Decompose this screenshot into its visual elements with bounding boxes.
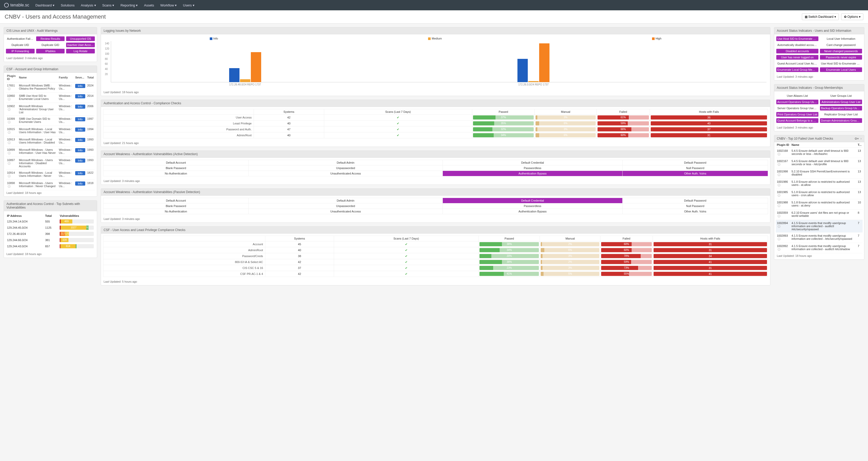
table-row[interactable]: 10915 ⓘMicrosoft Windows - Local Users I… — [6, 126, 95, 136]
table-row[interactable]: 10899 ⓘMicrosoft Windows - Users Informa… — [6, 146, 95, 157]
table-row[interactable]: 10902 ⓘMicrosoft Windows 'Administrators… — [6, 103, 95, 116]
nav-analysis[interactable]: Analysis — [81, 3, 96, 7]
table-row[interactable]: CIS CSC 5 & 1637✔23%3%73%31 — [103, 265, 768, 271]
pill-item[interactable]: Automatically disabled accounts — [776, 42, 818, 47]
weakness-cell[interactable]: Unauthenticated Access — [249, 209, 442, 214]
table-row[interactable]: 10898 ⓘMicrosoft Windows - Users Informa… — [6, 180, 95, 190]
chart-bar[interactable] — [518, 59, 528, 82]
pill-item[interactable]: User Groups List — [820, 93, 862, 98]
pill-item[interactable]: Log Rotate — [66, 49, 95, 54]
weakness-cell[interactable]: Unpassworded — [249, 203, 442, 209]
nav-workflow[interactable]: Workflow — [160, 3, 177, 7]
brand-logo[interactable]: tenable.sc — [4, 3, 29, 7]
pill-item[interactable]: Domain Administrators Group User List — [820, 118, 862, 123]
table-row[interactable]: 1002894 ⓘ4.1.5 Ensure events that modify… — [776, 220, 863, 233]
nav-solutions[interactable]: Solutions — [61, 3, 74, 7]
chart-bar[interactable] — [240, 79, 250, 82]
pill-item[interactable]: Guest Account Local User Access — [776, 61, 818, 66]
weakness-cell[interactable]: Unauthenticated Access — [249, 171, 442, 176]
weakness-cell[interactable]: Null Password — [623, 203, 768, 209]
weakness-cell[interactable]: Default Admin — [249, 198, 442, 203]
chart-bar[interactable] — [251, 52, 261, 82]
pill-item[interactable]: Local User Information — [820, 36, 862, 41]
weakness-cell[interactable]: Authentication Bypass — [442, 171, 623, 176]
pill-item[interactable]: IP Forwarding — [6, 49, 35, 54]
weakness-cell[interactable]: Default Credential — [442, 198, 623, 203]
weakness-cell[interactable]: No Authentication — [103, 209, 249, 214]
table-row[interactable]: 1002167 ⓘ5.4.5 Ensure default user shell… — [776, 158, 863, 168]
table-row[interactable]: Password and Auth.47✔32%3%66%37 — [103, 127, 768, 132]
table-row[interactable]: 1002059 ⓘ6.2.10 Ensure users' dot files … — [776, 209, 863, 220]
pill-item[interactable]: Unsupported OS — [66, 36, 95, 41]
pill-item[interactable]: Review Results — [36, 36, 65, 41]
pill-item[interactable]: Guest Account Belongs to a Group — [776, 118, 818, 123]
table-row[interactable]: 10860 ⓘSMB Use Host SID to Enumerate Loc… — [6, 93, 95, 103]
subnet-row[interactable]: 129.244.66.0/24381328 — [6, 237, 95, 243]
table-row[interactable]: 1001985 ⓘ5.1.8 Ensure at/cron is restric… — [776, 189, 863, 199]
pill-item[interactable]: Duplicate GID — [36, 42, 65, 47]
pill-item[interactable]: Passwords never expire — [820, 55, 862, 60]
table-row[interactable]: 10897 ⓘMicrosoft Windows - Users Informa… — [6, 157, 95, 170]
pill-item[interactable]: Replicator Group User List — [820, 112, 862, 117]
table-row[interactable]: 10399 ⓘSMB Use Domain SID to Enumerate U… — [6, 116, 95, 126]
subnet-row[interactable]: 129.244.43.0/24657614 — [6, 243, 95, 249]
pill-item[interactable]: Print Operators Group User List — [776, 112, 818, 117]
pill-item[interactable]: Enumerate Local Users — [820, 67, 862, 72]
table-row[interactable]: Account45✔38%2%60%31 — [103, 241, 768, 247]
subnet-row[interactable]: 129.244.14.0/24555469 — [6, 218, 95, 225]
pill-item[interactable]: User Aliases List — [776, 93, 818, 98]
pill-item[interactable]: Inactive User Accounts — [66, 42, 95, 47]
table-row[interactable]: 1001986 ⓘ5.1.8 Ensure at/cron is restric… — [776, 178, 863, 189]
pill-item[interactable]: Cant change password — [820, 42, 862, 47]
table-row[interactable]: 17651 ⓘMicrosoft Windows SMB : Obtains t… — [6, 83, 95, 93]
table-row[interactable]: CSF PR.AC-1 & 442✔41%5%55%41 — [103, 271, 768, 277]
table-row[interactable]: 10913 ⓘMicrosoft Windows - Local Users I… — [6, 136, 95, 146]
weakness-cell[interactable]: Null Password — [623, 165, 768, 171]
card-tools[interactable]: ✿▾ › — [855, 137, 862, 140]
switch-dashboard-button[interactable]: ▦ Switch Dashboard — [802, 13, 839, 20]
weakness-cell[interactable]: Passwordless — [442, 165, 623, 171]
weakness-cell[interactable]: Default Admin — [249, 160, 442, 165]
nav-users[interactable]: Users — [183, 3, 194, 7]
pill-item[interactable]: Use Host SID to Enumerate Local Users — [776, 36, 818, 41]
table-row[interactable]: Admin/Root40✔34%6%60%31 — [103, 247, 768, 253]
weakness-cell[interactable]: Blank Password — [103, 203, 249, 209]
table-row[interactable]: 1002893 ⓘ4.1.5 Ensure events that modify… — [776, 233, 863, 243]
pill-item[interactable]: Backup Operators Group User List — [820, 106, 862, 110]
pill-item[interactable]: Administrators Group User List — [820, 100, 862, 104]
pill-item[interactable]: Duplicate UID — [6, 42, 35, 47]
pill-item[interactable]: IPtables — [36, 49, 65, 54]
table-row[interactable]: 800-53 IA & Select AC42✔38%2%59%41 — [103, 259, 768, 265]
weakness-cell[interactable]: Default Password — [623, 198, 768, 203]
table-row[interactable]: Admin/Root40✔34%6%60%31 — [103, 132, 768, 138]
subnet-row[interactable]: 172.26.48.0/24398217170 — [6, 231, 95, 237]
weakness-cell[interactable]: Authentication Bypass — [442, 209, 623, 214]
chart-bar[interactable] — [528, 81, 538, 82]
table-row[interactable]: Password/Creds38✔20%3%78%34 — [103, 253, 768, 259]
nav-scans[interactable]: Scans — [102, 3, 115, 7]
weakness-cell[interactable]: Default Account — [103, 160, 249, 165]
table-row[interactable]: 1001998 ⓘ5.2.10 Ensure SSH PermitUserEnv… — [776, 168, 863, 178]
options-button[interactable]: ✿ Options — [841, 13, 863, 20]
weakness-cell[interactable]: No Authentication — [103, 171, 249, 176]
nav-dashboard[interactable]: Dashboard — [35, 3, 55, 7]
nav-assets[interactable]: Assets — [144, 3, 154, 7]
chart-bar[interactable] — [539, 43, 550, 82]
table-row[interactable]: 1002168 ⓘ5.4.5 Ensure default user shell… — [776, 147, 863, 158]
table-row[interactable]: 1002892 ⓘ4.1.5 Ensure events that modify… — [776, 243, 863, 253]
table-row[interactable]: 1001988 ⓘ5.1.8 Ensure at/cron is restric… — [776, 199, 863, 209]
pill-item[interactable]: Account Operators Group User List — [776, 100, 818, 104]
weakness-cell[interactable]: Other Auth. Vulns — [623, 209, 768, 214]
pill-item[interactable]: Server Operators Group User List — [776, 106, 818, 110]
weakness-cell[interactable]: Default Credential — [442, 160, 623, 165]
bar-chart[interactable]: 14012010080604020172.26.48.0/24 REPO 173… — [111, 41, 767, 83]
subnet-row[interactable]: 129.244.45.0/241125102792 — [6, 225, 95, 231]
weakness-cell[interactable]: Default Password — [623, 160, 768, 165]
pill-item[interactable]: Enumerate Local Group Memberships — [776, 67, 818, 72]
weakness-cell[interactable]: Unpassworded — [249, 165, 442, 171]
pill-item[interactable]: User has never logged on — [776, 55, 818, 60]
pill-item[interactable]: Use Host SID to Enumerate Local Users Wi… — [820, 61, 862, 66]
chart-bar[interactable] — [229, 68, 240, 82]
pill-item[interactable]: Disabled accounts — [776, 49, 818, 54]
table-row[interactable]: User Access42✔37%3%61%36 — [103, 114, 768, 121]
